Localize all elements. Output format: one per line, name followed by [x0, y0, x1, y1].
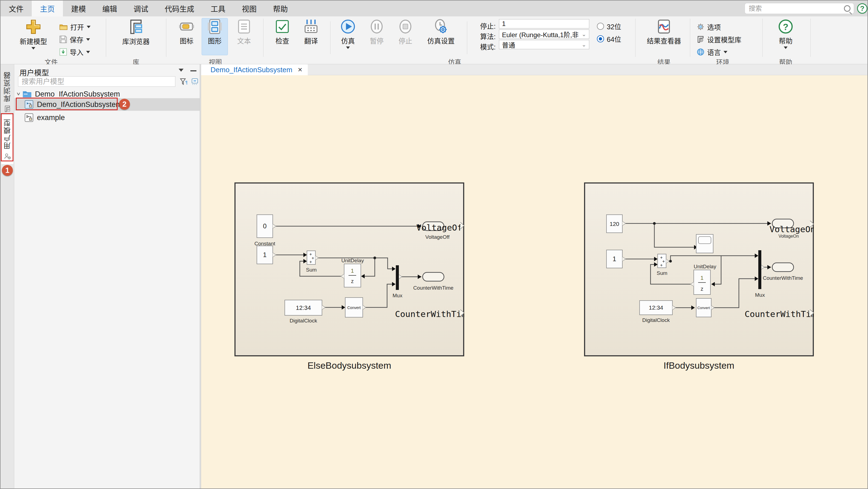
stop-button[interactable]: 停止 [393, 19, 418, 45]
view-icon-button[interactable]: 图标 [174, 19, 199, 45]
model-lib-button[interactable]: 设置模型库 [697, 34, 741, 44]
sim-settings-button[interactable]: 仿真设置 [422, 19, 460, 45]
pause-icon [369, 19, 384, 34]
language-button[interactable]: 语言 [697, 47, 727, 57]
block-scope[interactable] [696, 234, 713, 253]
pause-button[interactable]: 暂停 [364, 19, 389, 45]
block-unitdelay[interactable]: UnitDelay 1 z [341, 258, 364, 287]
tree-folder-label: Demo_IfActionSubsystem [35, 90, 120, 98]
options-button[interactable]: 选项 [697, 22, 721, 32]
svg-text:Convert: Convert [697, 306, 710, 310]
open-button[interactable]: 打开 [59, 22, 91, 32]
panel-menu-icon[interactable] [179, 69, 184, 72]
svg-text:CounterWithTime: CounterWithTime [413, 285, 453, 291]
new-model-button[interactable]: 新建模型 [9, 19, 58, 50]
tab-close-icon[interactable]: × [298, 65, 302, 74]
port-counterwithtime-edge[interactable]: CounterWithTime [395, 309, 464, 319]
check-button[interactable]: 检查 [270, 19, 294, 45]
floppy-icon [59, 36, 67, 43]
svg-text:DigitalClock: DigitalClock [642, 317, 670, 323]
tree-example-label: example [37, 113, 65, 122]
dropdown-icon [87, 26, 91, 28]
annotation-box-1 [1, 113, 13, 161]
model-icon [24, 113, 34, 122]
text-view-icon [236, 19, 252, 34]
block-constant[interactable]: 0 Constant [254, 215, 276, 247]
translate-button[interactable]: 翻译 [299, 19, 323, 45]
menu-home[interactable]: 主页 [32, 1, 63, 17]
radio-32bit[interactable]: 32位 [597, 21, 621, 31]
dropdown-icon [723, 51, 727, 53]
help-icon: ? [778, 19, 794, 34]
svg-text:VoltageOn: VoltageOn [770, 224, 814, 234]
stop-time-field[interactable]: 1 [499, 19, 589, 28]
new-model-label: 新建模型 [20, 36, 47, 46]
dropdown-icon [86, 51, 90, 53]
port-counterwithtime-edge[interactable]: CounterWithTime [745, 309, 814, 319]
dropdown-icon [346, 46, 350, 49]
subsystem-elsebody[interactable]: 0 Constant VoltageOff VoltageOff 1 [235, 183, 464, 356]
svg-text:Mux: Mux [393, 293, 402, 298]
view-graphic-label: 图形 [208, 36, 222, 45]
filter-icon[interactable] [179, 77, 188, 86]
view-text-button[interactable]: 文本 [232, 19, 256, 45]
library-browser-button[interactable]: 库浏览器 [114, 19, 158, 46]
svg-text:VoltageOff: VoltageOff [425, 234, 450, 240]
panel-search-input[interactable] [21, 77, 172, 86]
dropdown-icon [86, 38, 90, 41]
divider [690, 19, 690, 57]
help-circle-icon[interactable]: ? [857, 3, 867, 14]
model-canvas[interactable]: Demo_IfActionSubsystem × [201, 64, 868, 489]
menu-view[interactable]: 视图 [234, 1, 265, 17]
view-graphic-button[interactable]: 图形 [203, 19, 227, 45]
dock-tab-library-browser[interactable]: 库浏览器 [1, 71, 14, 112]
result-viewer-button[interactable]: 结果查看器 [642, 19, 686, 45]
play-icon [340, 19, 356, 34]
global-search-input[interactable] [748, 4, 844, 12]
panel-search-box[interactable] [18, 76, 175, 87]
import-button[interactable]: 导入 [59, 47, 90, 57]
algorithm-select[interactable]: Euler (Runge-Kutta,1阶,非 ⌄ [499, 30, 589, 39]
svg-text:+: + [312, 256, 314, 260]
subsystem-ifbody[interactable]: 120 VoltageOn VoltageOn [584, 183, 814, 356]
menu-tools[interactable]: 工具 [203, 1, 234, 17]
divider [263, 19, 264, 57]
svg-text:1: 1 [613, 255, 616, 263]
save-button[interactable]: 保存 [59, 34, 90, 44]
menu-modeling[interactable]: 建模 [63, 1, 94, 17]
menu-help[interactable]: 帮助 [265, 1, 296, 17]
pause-label: 暂停 [370, 36, 383, 45]
panel-minimize-icon[interactable] [190, 70, 196, 71]
mode-select[interactable]: 普通 ⌄ [499, 40, 589, 49]
model-tab-icon [207, 66, 207, 73]
branch-dot [373, 257, 376, 259]
block-convert[interactable]: Convert [345, 298, 366, 317]
menu-edit[interactable]: 编辑 [94, 1, 125, 17]
menu-debug[interactable]: 调试 [125, 1, 156, 17]
simulate-label: 仿真 [341, 36, 355, 45]
divider [635, 19, 636, 57]
radio-64bit[interactable]: 64位 [597, 34, 621, 44]
simulate-button[interactable]: 仿真 [336, 19, 360, 49]
svg-text:Sum: Sum [306, 267, 316, 273]
svg-text:1: 1 [700, 275, 703, 281]
library-browser-icon [128, 19, 144, 35]
help-button[interactable]: ? 帮助 [771, 19, 801, 49]
algorithm-value: Euler (Runge-Kutta,1阶,非 [502, 30, 579, 39]
radio-64bit-circle [597, 35, 604, 42]
chevron-down-icon: ⌄ [582, 41, 586, 48]
tree-expander-icon[interactable]: ˅ [17, 91, 20, 97]
collapse-all-icon[interactable] [191, 77, 199, 86]
view-icon-label: 图标 [180, 36, 193, 45]
svg-text:120: 120 [610, 221, 619, 227]
tab-demo-ifactionsubsystem[interactable]: Demo_IfActionSubsystem × [201, 64, 308, 75]
caption-ifbody: IfBodysubsystem [584, 360, 814, 371]
language-label: 语言 [707, 47, 721, 57]
menu-file[interactable]: 文件 [1, 1, 32, 17]
tab-label: Demo_IfActionSubsystem [211, 66, 292, 74]
global-search-box[interactable] [745, 3, 854, 14]
divider [106, 19, 106, 57]
menu-codegen[interactable]: 代码生成 [156, 1, 203, 17]
tree-row-example[interactable]: example [14, 111, 200, 124]
annotation-badge-1: 1 [2, 165, 13, 176]
